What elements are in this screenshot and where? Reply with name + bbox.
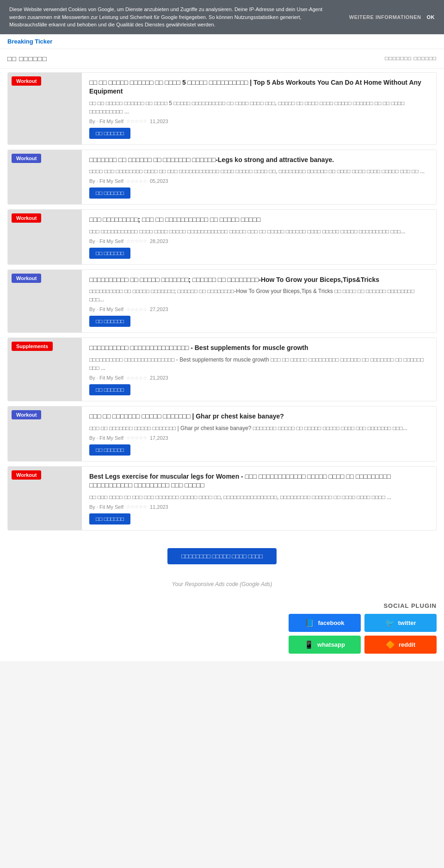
cookie-ok-button[interactable]: OK (427, 14, 435, 20)
article-content: Best Legs exercise for muscular legs for… (82, 467, 436, 530)
article-excerpt: □□ □□□ □□□□ □□ □□□ □□□ □□□□□□□ □□□□□ □□□… (89, 493, 429, 501)
read-more-button[interactable]: □□ □□□□□□ (89, 248, 130, 259)
article-content: □□ □□ □□□□□ □□□□□□ □□ □□□□ 5 □□□□□ □□□□□… (82, 73, 436, 144)
star-rating: ☆☆☆☆☆ (126, 307, 147, 312)
cookie-text: Diese Website verwendet Cookies von Goog… (9, 6, 349, 29)
category-badge[interactable]: Workout (12, 470, 41, 480)
reddit-icon: 🔶 (386, 640, 395, 649)
article-meta: By · Fit My Self ☆☆☆☆☆ 28,2023 (89, 238, 429, 244)
article-content: □□□□□□□□□□ □□ □□□□□ □□□□□□□; □□□□□□ □□ □… (82, 270, 436, 333)
article-title: Best Legs exercise for muscular legs for… (89, 472, 429, 490)
social-label-twitter: twitter (398, 619, 416, 626)
site-nav: □□□□□□□ □□□□□□ (385, 55, 437, 62)
article-list: Workout □□ □□ □□□□□ □□□□□□ □□ □□□□ 5 □□□… (0, 69, 444, 539)
article-excerpt: □□□□ □□□ □□□□□□□□ □□□□ □□ □□□ □□□□□□□□□□… (89, 167, 429, 175)
article-excerpt: □□□ □□ □□□□□□□ □□□□□ □□□□□□□ | Ghar pr c… (89, 424, 429, 432)
social-btn-twitter[interactable]: 🐦 twitter (364, 614, 437, 632)
site-logo: □□ □□□□□□ (7, 55, 47, 62)
read-more-button[interactable]: □□ □□□□□□ (89, 513, 130, 525)
load-more-wrapper: □□□□□□□□ □□□□□ □□□□ □□□□ (0, 539, 444, 574)
read-more-button[interactable]: □□ □□□□□□ (89, 316, 130, 327)
article-content: □□□ □□ □□□□□□□ □□□□□ □□□□□□□ | Ghar pr c… (82, 406, 436, 461)
star-rating: ☆☆☆☆☆ (126, 435, 147, 440)
article-date: 11,2023 (150, 119, 168, 124)
article-meta: By · Fit My Self ☆☆☆☆☆ 27,2023 (89, 306, 429, 312)
social-label-reddit: reddit (399, 641, 415, 648)
whatsapp-icon: 📱 (304, 640, 314, 649)
site-header: □□ □□□□□□ □□□□□□□ □□□□□□ (0, 49, 444, 69)
article-date: 11,2023 (150, 504, 168, 510)
social-btn-facebook[interactable]: 📘 facebook (289, 614, 361, 632)
social-grid: 📘 facebook🐦 twitter📱 whatsapp🔶 reddit (289, 614, 437, 654)
article-item: Workout Best Legs exercise for muscular … (7, 466, 437, 531)
article-item: Workout □□□□□□□ □□ □□□□□□ □□ □□□□□□□ □□□… (7, 150, 437, 205)
category-badge[interactable]: Workout (12, 213, 41, 223)
star-rating: ☆☆☆☆☆ (126, 119, 147, 124)
article-item: Workout □□□ □□□□□□□□□; □□□ □□ □□□□□□□□□□… (7, 209, 437, 265)
category-badge[interactable]: Workout (12, 154, 41, 163)
breaking-ticker: Breaking Ticker (0, 34, 444, 49)
article-meta: By · Fit My Self ☆☆☆☆☆ 05,2023 (89, 178, 429, 184)
social-btn-whatsapp[interactable]: 📱 whatsapp (289, 636, 361, 654)
article-title: □□□□□□□□□□ □□ □□□□□ □□□□□□□; □□□□□□ □□ □… (89, 275, 429, 285)
breaking-ticker-link[interactable]: Breaking Ticker (7, 38, 52, 45)
read-more-button[interactable]: □□ □□□□□□ (89, 384, 130, 395)
ads-label: Your Responsive Ads code (Google Ads) (172, 581, 272, 587)
article-title: □□□ □□ □□□□□□□ □□□□□ □□□□□□□ | Ghar pr c… (89, 412, 429, 421)
star-rating: ☆☆☆☆☆ (126, 238, 147, 244)
read-more-button[interactable]: □□ □□□□□□ (89, 444, 130, 456)
article-date: 28,2023 (150, 238, 168, 244)
article-item: Workout □□□□□□□□□□ □□ □□□□□ □□□□□□□; □□□… (7, 269, 437, 333)
main-wrapper: Diese Website verwendet Cookies von Goog… (0, 0, 444, 661)
category-badge[interactable]: Workout (12, 410, 41, 419)
social-plugin: SOCIAL PLUGIN 📘 facebook🐦 twitter📱 whats… (0, 595, 444, 661)
article-date: 27,2023 (150, 306, 168, 312)
star-rating: ☆☆☆☆☆ (126, 504, 147, 509)
article-excerpt: □□□□□□□□□□ □□□□□□□□□□□□□□□ - Best supple… (89, 356, 429, 372)
article-title: □□ □□ □□□□□ □□□□□□ □□ □□□□ 5 □□□□□ □□□□□… (89, 78, 429, 96)
article-content: □□□□□□□ □□ □□□□□□ □□ □□□□□□□ □□□□□□-Legs… (82, 150, 436, 205)
article-item: Workout □□□ □□ □□□□□□□ □□□□□ □□□□□□□ | G… (7, 406, 437, 462)
article-author: By · Fit My Self (89, 178, 123, 184)
social-label-facebook: facebook (318, 619, 344, 626)
category-badge[interactable]: Supplements (12, 342, 53, 351)
article-author: By · Fit My Self (89, 504, 123, 510)
article-thumbnail: Workout (8, 467, 82, 530)
article-date: 05,2023 (150, 178, 168, 184)
cookie-actions: WEITERE INFORMATIONEN OK (349, 14, 435, 20)
article-meta: By · Fit My Self ☆☆☆☆☆ 21,2023 (89, 375, 429, 381)
article-content: □□□ □□□□□□□□□; □□□ □□ □□□□□□□□□□□ □□ □□□… (82, 210, 436, 264)
facebook-icon: 📘 (305, 618, 314, 627)
article-title: □□□□□□□ □□ □□□□□□ □□ □□□□□□□ □□□□□□-Legs… (89, 156, 429, 165)
category-badge[interactable]: Workout (12, 76, 41, 86)
ads-area: Your Responsive Ads code (Google Ads) (0, 574, 444, 595)
twitter-icon: 🐦 (385, 618, 395, 627)
article-item: Supplements □□□□□□□□□□ □□□□□□□□□□□□□□□ -… (7, 337, 437, 401)
category-badge[interactable]: Workout (12, 274, 41, 283)
article-excerpt: □□ □□ □□□□□ □□□□□□ □□ □□□□ 5 □□□□□ □□□□□… (89, 99, 429, 116)
read-more-button[interactable]: □□ □□□□□□ (89, 187, 130, 199)
article-thumbnail: Workout (8, 73, 82, 144)
article-thumbnail: Workout (8, 270, 82, 333)
article-thumbnail: Workout (8, 406, 82, 461)
article-thumbnail: Supplements (8, 338, 82, 401)
article-date: 21,2023 (150, 375, 168, 381)
article-title: □□□□□□□□□□ □□□□□□□□□□□□□□□ - Best supple… (89, 343, 429, 353)
social-label-whatsapp: whatsapp (317, 641, 345, 648)
article-author: By · Fit My Self (89, 435, 123, 441)
star-rating: ☆☆☆☆☆ (126, 375, 147, 381)
article-content: □□□□□□□□□□ □□□□□□□□□□□□□□□ - Best supple… (82, 338, 436, 401)
read-more-button[interactable]: □□ □□□□□□ (89, 128, 130, 139)
article-excerpt: □□□□□□□□□□ □□ □□□□□ □□□□□□□; □□□□□□ □□ □… (89, 287, 429, 304)
star-rating: ☆☆☆☆☆ (126, 179, 147, 184)
article-item: Workout □□ □□ □□□□□ □□□□□□ □□ □□□□ 5 □□□… (7, 72, 437, 145)
article-meta: By · Fit My Self ☆☆☆☆☆ 11,2023 (89, 504, 429, 510)
article-thumbnail: Workout (8, 210, 82, 264)
cookie-more-button[interactable]: WEITERE INFORMATIONEN (349, 14, 421, 20)
article-author: By · Fit My Self (89, 306, 123, 312)
social-btn-reddit[interactable]: 🔶 reddit (364, 636, 437, 654)
social-plugin-title: SOCIAL PLUGIN (383, 602, 437, 609)
load-more-button[interactable]: □□□□□□□□ □□□□□ □□□□ □□□□ (167, 548, 277, 564)
article-excerpt: □□□ □□□□□□□□□□□ □□□□ □□□□ □□□□□ □□□□□□□□… (89, 227, 429, 236)
article-title: □□□ □□□□□□□□□; □□□ □□ □□□□□□□□□□□ □□ □□□… (89, 215, 429, 225)
